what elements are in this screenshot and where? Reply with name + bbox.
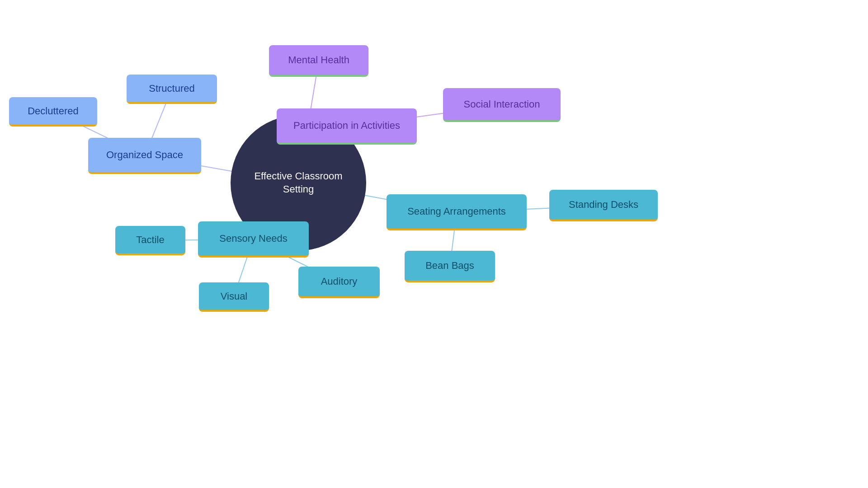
node-social-interaction[interactable]: Social Interaction — [443, 88, 561, 122]
center-node-label: Effective Classroom Setting — [231, 161, 366, 205]
tactile-label: Tactile — [136, 234, 164, 246]
node-organized-space[interactable]: Organized Space — [88, 138, 201, 174]
node-mental-health[interactable]: Mental Health — [269, 45, 368, 77]
node-structured[interactable]: Structured — [127, 75, 217, 104]
node-sensory-needs[interactable]: Sensory Needs — [198, 221, 309, 258]
node-tactile[interactable]: Tactile — [115, 226, 185, 255]
organized-space-label: Organized Space — [106, 149, 183, 161]
auditory-label: Auditory — [321, 276, 358, 287]
sensory-needs-label: Sensory Needs — [219, 233, 287, 244]
participation-label: Participation in Activities — [293, 120, 400, 131]
node-participation[interactable]: Participation in Activities — [277, 108, 417, 145]
mental-health-label: Mental Health — [288, 54, 349, 66]
node-standing-desks[interactable]: Standing Desks — [549, 190, 658, 221]
node-visual[interactable]: Visual — [199, 282, 269, 312]
node-seating[interactable]: Seating Arrangements — [387, 194, 527, 230]
structured-label: Structured — [149, 83, 195, 94]
seating-label: Seating Arrangements — [407, 206, 506, 217]
decluttered-label: Decluttered — [28, 105, 79, 117]
visual-label: Visual — [221, 291, 248, 302]
node-decluttered[interactable]: Decluttered — [9, 97, 97, 127]
node-bean-bags[interactable]: Bean Bags — [405, 251, 495, 282]
bean-bags-label: Bean Bags — [425, 260, 474, 272]
node-auditory[interactable]: Auditory — [298, 267, 380, 298]
social-interaction-label: Social Interaction — [464, 99, 540, 110]
standing-desks-label: Standing Desks — [569, 199, 638, 211]
